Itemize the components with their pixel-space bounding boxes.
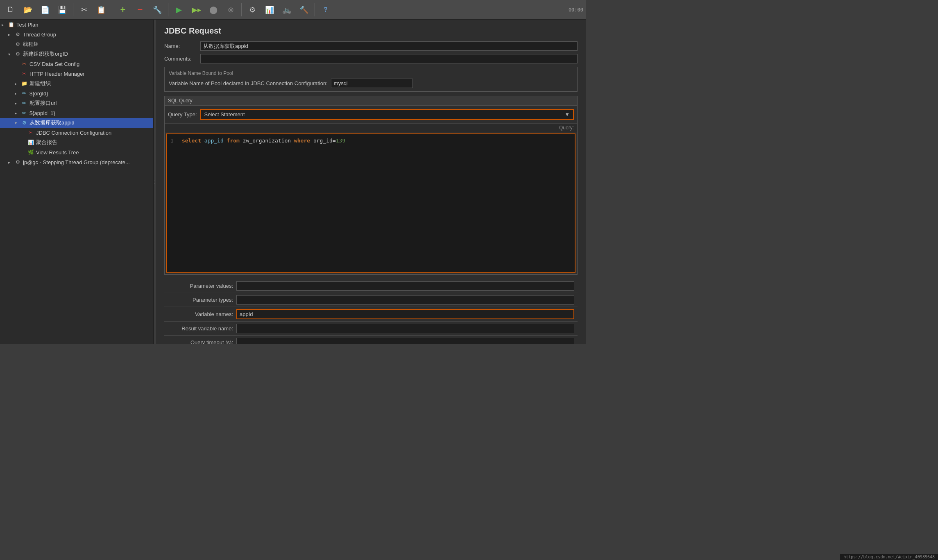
arrow-icon: ▸ <box>2 23 7 27</box>
sep4 <box>241 3 242 16</box>
sidebar-item-config-url[interactable]: ▸ ✏ 配置接口url <box>0 98 153 108</box>
sidebar-item-label: 新建组织获取orgID <box>23 50 152 58</box>
run-button[interactable]: ▶ <box>171 2 187 18</box>
arrow-icon: ▸ <box>21 150 27 155</box>
sidebar-item-stepping-group[interactable]: ▸ ⚙ jp@gc - Stepping Thread Group (depre… <box>0 157 153 167</box>
sidebar-item-thread-group-2[interactable]: ▸ ⚙ 线程组 <box>0 39 153 49</box>
gear-icon: ⚙ <box>20 119 28 126</box>
query-timeout-label: Query timeout (s): <box>168 339 233 344</box>
sidebar-item-http-header[interactable]: ▸ ✂ HTTP Header Manager <box>0 69 153 79</box>
param-types-input[interactable] <box>236 295 574 305</box>
arrow-icon: ▸ <box>21 131 27 135</box>
sidebar-item-label: ${orgId} <box>29 90 152 97</box>
arrow-icon: ▾ <box>8 52 14 56</box>
variable-names-input[interactable] <box>236 309 574 319</box>
arrow-icon: ▸ <box>8 42 14 47</box>
sidebar-item-label: JDBC Connection Configuration <box>36 130 152 136</box>
param-types-label: Parameter types: <box>168 297 233 303</box>
query-timeout-input[interactable] <box>236 338 574 344</box>
plan-icon: 📋 <box>7 21 15 28</box>
arrow-icon: ▸ <box>15 81 20 86</box>
run-remote-button[interactable]: ▶▸ <box>188 2 204 18</box>
main-layout: ▸ 📋 Test Plan ▸ ⚙ Thread Group ▸ ⚙ 线程组 ▾… <box>0 20 586 344</box>
sidebar-item-orgid[interactable]: ▸ ✏ ${orgId} <box>0 88 153 98</box>
sidebar-item-new-org-item[interactable]: ▸ 📁 新建组织 <box>0 79 153 88</box>
gear-icon: ⚙ <box>14 31 21 38</box>
keyword-from: from <box>227 138 240 144</box>
comments-input[interactable] <box>200 54 578 63</box>
keyword-select: select <box>182 138 201 144</box>
toolbar: 🗋 📂 📄 💾 ✂ 📋 + − 🔧 ▶ ▶▸ ⬤ ⊗ ⚙ 📊 🚲 🔨 ? 00:… <box>0 0 586 20</box>
report-icon: 📊 <box>27 139 34 146</box>
stop-all-button[interactable]: ⊗ <box>222 2 239 18</box>
new-button[interactable]: 🗋 <box>2 2 19 18</box>
name-row: Name: <box>164 41 578 51</box>
tree-icon: 🌿 <box>27 149 34 156</box>
sidebar-item-appid1[interactable]: ▸ ✏ ${appId_1} <box>0 108 153 118</box>
stop-button[interactable]: ⬤ <box>205 2 222 18</box>
add-button[interactable]: + <box>115 2 131 18</box>
sidebar-item-label: CSV Data Set Config <box>29 61 152 67</box>
sidebar-item-label: 聚合报告 <box>36 139 152 146</box>
template-button[interactable]: 🔨 <box>296 2 312 18</box>
sql-editor[interactable]: 1 select app_id from zw_organization whe… <box>166 133 575 273</box>
dropdown-arrow-icon: ▼ <box>564 111 570 117</box>
sql-query-title: SQL Query <box>165 96 577 106</box>
keyword-where: where <box>294 138 310 144</box>
arrow-icon: ▸ <box>8 32 14 37</box>
name-input[interactable] <box>200 41 578 51</box>
sidebar-item-fetch-appid[interactable]: ▾ ⚙ 从数据库获取appid <box>0 118 153 128</box>
content-area: JDBC Request Name: Comments: Variable Na… <box>156 20 586 344</box>
value: 139 <box>336 138 345 144</box>
result-var-row: Result variable name: <box>164 321 578 335</box>
close-button[interactable]: 📄 <box>37 2 53 18</box>
sidebar-item-label: jp@gc - Stepping Thread Group (deprecate… <box>23 159 152 165</box>
page-title: JDBC Request <box>164 26 578 36</box>
sidebar-item-thread-group[interactable]: ▸ ⚙ Thread Group <box>0 29 153 39</box>
column-name: app_id <box>204 138 224 144</box>
sidebar-item-view-results[interactable]: ▸ 🌿 View Results Tree <box>0 147 153 157</box>
comments-row: Comments: <box>164 54 578 63</box>
param-types-row: Parameter types: <box>164 293 578 307</box>
sidebar-item-new-org[interactable]: ▾ ⚙ 新建组织获取orgID <box>0 49 153 59</box>
cut-button[interactable]: ✂ <box>76 2 92 18</box>
help-button[interactable]: ? <box>317 2 334 18</box>
query-type-value: Select Statement <box>204 111 565 117</box>
folder-icon: 📁 <box>20 80 28 87</box>
result-var-label: Result variable name: <box>168 325 233 332</box>
sidebar-item-jdbc-config[interactable]: ▸ ✂ JDBC Connection Configuration <box>0 128 153 138</box>
query-label: Query: <box>165 124 577 132</box>
sidebar-item-csv[interactable]: ▸ ✂ CSV Data Set Config <box>0 59 153 69</box>
param-values-input[interactable] <box>236 281 574 291</box>
sidebar-item-report[interactable]: ▸ 📊 聚合报告 <box>0 138 153 147</box>
remote-button[interactable]: 🚲 <box>279 2 295 18</box>
result-var-input[interactable] <box>236 324 574 333</box>
query-type-select[interactable]: Select Statement ▼ <box>200 109 574 120</box>
settings-button[interactable]: 🔧 <box>149 2 165 18</box>
pool-label: Variable Name of Pool declared in JDBC C… <box>169 80 328 86</box>
save-button[interactable]: 💾 <box>54 2 70 18</box>
variable-names-label: Variable names: <box>168 311 233 317</box>
gear-icon: ⚙ <box>14 158 21 166</box>
open-button[interactable]: 📂 <box>20 2 36 18</box>
pool-input[interactable] <box>331 79 413 88</box>
sep1 <box>73 3 73 16</box>
sidebar-item-label: ${appId_1} <box>29 110 152 116</box>
sep3 <box>168 3 168 16</box>
condition: org_id= <box>313 138 336 144</box>
sidebar-item-label: 配置接口url <box>29 99 152 107</box>
copy-button[interactable]: 📋 <box>93 2 109 18</box>
sep2 <box>112 3 112 16</box>
remove-button[interactable]: − <box>132 2 148 18</box>
arrow-icon: ▸ <box>8 160 14 165</box>
line-number: 1 <box>170 138 177 144</box>
sidebar-item-test-plan[interactable]: ▸ 📋 Test Plan <box>0 20 153 29</box>
sidebar-item-label: 线程组 <box>23 41 152 48</box>
table-name: zw_organization <box>243 138 291 144</box>
config-button[interactable]: ⚙ <box>244 2 261 18</box>
param-values-label: Parameter values: <box>168 283 233 289</box>
sidebar-item-label: Test Plan <box>16 22 152 28</box>
variable-bound-title: Variable Name Bound to Pool <box>169 70 573 76</box>
query-type-label: Query Type: <box>168 111 197 117</box>
function-button[interactable]: 📊 <box>261 2 278 18</box>
